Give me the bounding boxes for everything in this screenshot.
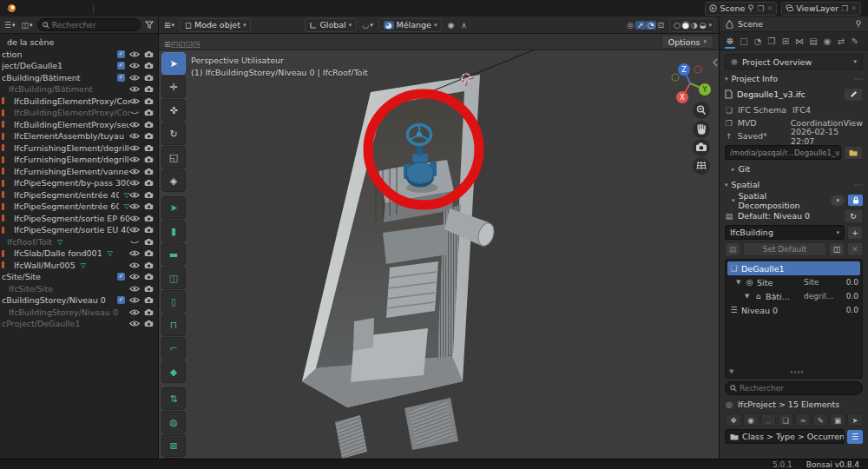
falloff-curve-icon[interactable]: ∧ [459, 21, 469, 30]
outliner-row[interactable]: IfcBuildingStorey/Niveau 0 [0, 307, 158, 319]
outliner-row[interactable]: IfcElementAssembly/tuyau [0, 130, 158, 142]
eye-open-icon[interactable] [129, 85, 140, 93]
viewport-menu-item[interactable] [263, 20, 272, 30]
outliner-row[interactable]: IfcFurnishingElement/vanne [0, 166, 158, 178]
tool-button[interactable]: ◈ [161, 169, 186, 192]
filter-funnel-icon[interactable] [143, 20, 155, 30]
exclude-checkbox[interactable]: ✓ [117, 273, 125, 281]
collapse-toggle[interactable]: ▾ [831, 195, 845, 206]
resize-grip[interactable] [791, 371, 803, 373]
shading-mode-icon[interactable]: ◒ [699, 21, 707, 30]
camera-visibility-icon[interactable] [144, 109, 154, 116]
outliner-row[interactable]: IfcRoof/Toit ▽ [0, 236, 158, 248]
tool-button[interactable]: ◍ [161, 411, 186, 433]
spatial-tree-row[interactable]: ❏ DeGaulle1 [727, 261, 860, 275]
outliner-row[interactable]: IfcSite/Site [0, 283, 158, 295]
camera-visibility-icon[interactable] [144, 144, 154, 152]
viewlayer-selector[interactable]: ViewLayer ❐ ✕ [781, 2, 861, 16]
camera-visibility-icon[interactable] [144, 273, 154, 281]
menu-item[interactable] [20, 3, 34, 13]
camera-visibility-icon[interactable] [144, 226, 154, 234]
properties-tab-icon[interactable]: ✎ [849, 35, 861, 48]
camera-visibility-icon[interactable] [144, 179, 154, 187]
shading-mode-icon[interactable]: ◑ [690, 21, 699, 30]
snap-dropdown[interactable]: ◡▾ [360, 20, 374, 30]
camera-visibility-icon[interactable] [144, 308, 154, 316]
scene-selector[interactable]: Scene ❐ ✕ [705, 2, 777, 16]
filter-icon[interactable]: ▼ [729, 368, 733, 375]
elements-tool-icon[interactable]: ◉ [743, 413, 759, 426]
camera-visibility-icon[interactable] [144, 285, 154, 293]
caret-down-icon[interactable]: ▼ [745, 293, 751, 300]
outliner-row[interactable]: IfcPipeSegment/by-pass 300 [0, 177, 158, 189]
tool-button[interactable]: ⇅ [161, 387, 186, 410]
tool-settings-icon[interactable]: ◱ [178, 40, 186, 49]
camera-visibility-icon[interactable] [144, 202, 154, 210]
properties-tab-icon[interactable]: ❊ [724, 35, 736, 48]
menu-item[interactable] [34, 3, 48, 13]
blender-logo-icon[interactable] [5, 3, 16, 13]
camera-visibility-icon[interactable] [144, 97, 154, 105]
new-scene-icon[interactable]: ❐ [757, 4, 764, 13]
camera-visibility-icon[interactable] [144, 320, 154, 327]
tool-settings-icon[interactable]: ◳ [193, 40, 201, 49]
workspace-tab[interactable] [222, 3, 238, 13]
camera-visibility-icon[interactable] [144, 62, 154, 69]
spatial-tree-row[interactable]: ▼ ◎ Site Site 0.0 [727, 275, 860, 289]
eye-open-icon[interactable] [129, 121, 140, 129]
outliner-row[interactable]: cProject/DeGaulle1 [0, 318, 158, 330]
editor-type-dropdown[interactable]: ⊞▾ [162, 20, 176, 30]
elements-tool-icon[interactable]: ◡ [760, 413, 776, 426]
workspace-tab[interactable] [113, 3, 128, 13]
tool-button[interactable]: ◫ [161, 267, 186, 289]
refresh-icon[interactable]: ↻ [844, 209, 863, 223]
eye-open-icon[interactable] [129, 97, 140, 105]
camera-visibility-icon[interactable] [144, 261, 154, 269]
menu-item[interactable] [48, 3, 62, 13]
folder-icon[interactable] [844, 146, 863, 160]
edit-project-button[interactable] [844, 88, 863, 102]
shading-mode-icon[interactable]: ○ [673, 21, 681, 30]
outliner-row[interactable]: IfcPipeSegment/sortie EP 600 [0, 213, 158, 225]
workspace-tab[interactable] [160, 3, 175, 13]
eye-open-icon[interactable] [129, 62, 140, 69]
outliner-row[interactable]: de la scène [0, 36, 158, 49]
git-panel-header[interactable]: ▸ Git [725, 162, 863, 175]
properties-tab-icon[interactable]: □ [738, 35, 750, 48]
outliner-row[interactable]: IfcBuildingElementProxy/Corps0 [0, 96, 158, 108]
pan-hand-button[interactable] [693, 121, 710, 138]
pin-icon[interactable] [747, 4, 754, 12]
workspace-tab[interactable] [238, 3, 253, 13]
outliner-row[interactable]: cBuilding/Bâtiment ✓ [0, 72, 158, 84]
workspace-tab[interactable] [207, 3, 222, 13]
eye-open-icon[interactable] [129, 155, 140, 163]
basin-model[interactable] [302, 75, 496, 459]
view-toggle-icon[interactable]: ⊡ [656, 21, 667, 30]
filter-image-dropdown[interactable]: ◫▾ [20, 20, 35, 30]
spatial-panel-header[interactable]: ▾ Spatial [725, 178, 863, 191]
outliner-row[interactable]: ject/DeGaulle1 ✓ [0, 60, 158, 72]
eye-open-icon[interactable] [129, 191, 140, 199]
elements-tool-icon[interactable]: ❏ [778, 413, 793, 426]
orthographic-grid-button[interactable] [693, 157, 710, 175]
eye-open-icon[interactable] [129, 320, 140, 327]
camera-visibility-icon[interactable] [144, 132, 154, 140]
view-toggle-icon[interactable]: ◎ [625, 21, 635, 30]
properties-tab-icon[interactable]: ▤ [807, 35, 819, 48]
eye-open-icon[interactable] [129, 261, 140, 269]
set-default-button[interactable]: Set Default [743, 242, 826, 256]
tree-view-toggle[interactable]: ☰ [847, 430, 863, 444]
eye-open-icon[interactable] [129, 132, 140, 140]
elements-tool-icon[interactable]: ▣ [830, 413, 845, 426]
outliner-row[interactable]: IfcSlab/Dalle fond001 ▽ [0, 248, 158, 260]
camera-visibility-icon[interactable] [144, 155, 154, 163]
container-class-dropdown[interactable]: IfcBuilding ▾ [725, 225, 845, 240]
eye-open-icon[interactable] [129, 168, 140, 175]
outliner-row[interactable]: IfcWall/Mur005 ▽ [0, 260, 158, 272]
elements-tool-icon[interactable]: ∞ [795, 413, 811, 426]
eye-closed-icon[interactable] [129, 238, 140, 246]
camera-visibility-icon[interactable] [144, 296, 154, 304]
tool-button[interactable]: ◱ [161, 146, 186, 168]
spatial-decomposition-header[interactable]: ▾ Spatial Decomposition ▾ [725, 194, 863, 207]
mode-dropdown[interactable]: ◻ Mode objet ▾ [180, 18, 251, 32]
